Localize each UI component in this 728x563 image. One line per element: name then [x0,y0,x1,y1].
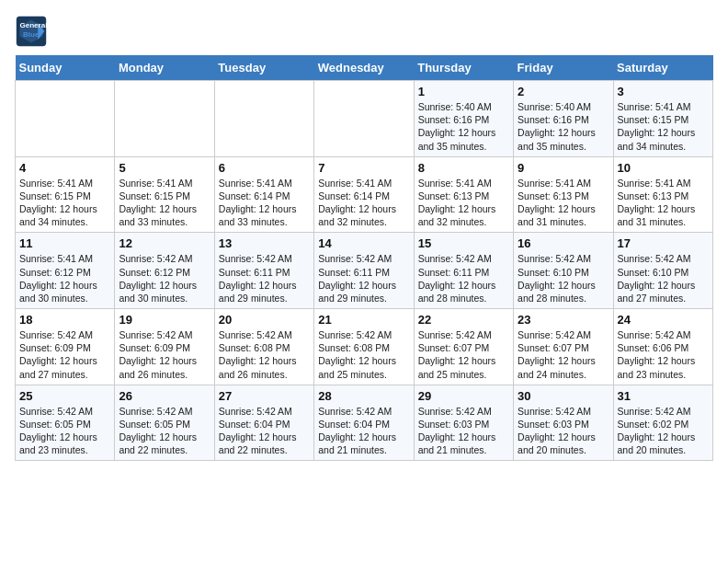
day-info: Sunrise: 5:41 AM Sunset: 6:15 PM Dayligh… [119,177,210,229]
day-info: Sunrise: 5:42 AM Sunset: 6:12 PM Dayligh… [119,252,210,304]
day-number: 5 [119,161,210,175]
calendar-table: SundayMondayTuesdayWednesdayThursdayFrid… [15,55,713,461]
day-number: 28 [318,389,409,403]
calendar-cell: 14Sunrise: 5:42 AM Sunset: 6:11 PM Dayli… [314,233,414,309]
calendar-cell: 13Sunrise: 5:42 AM Sunset: 6:11 PM Dayli… [214,233,313,309]
day-number: 19 [119,313,210,327]
day-number: 21 [318,313,409,327]
day-number: 6 [219,161,310,175]
day-info: Sunrise: 5:41 AM Sunset: 6:13 PM Dayligh… [618,177,709,229]
day-info: Sunrise: 5:42 AM Sunset: 6:04 PM Dayligh… [219,405,310,457]
day-number: 12 [119,236,210,250]
calendar-cell: 30Sunrise: 5:42 AM Sunset: 6:03 PM Dayli… [514,385,613,461]
day-info: Sunrise: 5:42 AM Sunset: 6:11 PM Dayligh… [219,252,310,304]
calendar-cell: 29Sunrise: 5:42 AM Sunset: 6:03 PM Dayli… [414,385,513,461]
day-info: Sunrise: 5:42 AM Sunset: 6:06 PM Dayligh… [618,328,709,381]
col-header-friday: Friday [514,55,613,81]
calendar-cell: 2Sunrise: 5:40 AM Sunset: 6:16 PM Daylig… [514,81,613,157]
calendar-cell: 6Sunrise: 5:41 AM Sunset: 6:14 PM Daylig… [214,156,313,233]
calendar-cell: 22Sunrise: 5:42 AM Sunset: 6:07 PM Dayli… [414,309,513,385]
day-number: 1 [418,85,509,98]
col-header-thursday: Thursday [414,55,513,81]
day-info: Sunrise: 5:41 AM Sunset: 6:14 PM Dayligh… [219,177,310,229]
calendar-cell: 27Sunrise: 5:42 AM Sunset: 6:04 PM Dayli… [214,385,313,461]
week-row-3: 11Sunrise: 5:41 AM Sunset: 6:12 PM Dayli… [16,233,713,309]
col-header-tuesday: Tuesday [214,55,313,81]
day-info: Sunrise: 5:42 AM Sunset: 6:11 PM Dayligh… [318,252,409,304]
calendar-cell: 20Sunrise: 5:42 AM Sunset: 6:08 PM Dayli… [214,309,313,385]
day-number: 2 [518,85,609,98]
calendar-cell: 18Sunrise: 5:42 AM Sunset: 6:09 PM Dayli… [16,309,115,385]
col-header-sunday: Sunday [16,55,115,81]
day-number: 7 [318,161,409,175]
calendar-cell: 26Sunrise: 5:42 AM Sunset: 6:05 PM Dayli… [115,385,214,461]
day-info: Sunrise: 5:42 AM Sunset: 6:02 PM Dayligh… [618,405,709,457]
day-info: Sunrise: 5:42 AM Sunset: 6:09 PM Dayligh… [119,328,210,381]
day-number: 27 [219,389,310,403]
day-info: Sunrise: 5:42 AM Sunset: 6:03 PM Dayligh… [418,405,509,457]
day-info: Sunrise: 5:42 AM Sunset: 6:05 PM Dayligh… [119,405,210,457]
day-number: 29 [418,389,509,403]
day-number: 30 [518,389,609,403]
day-info: Sunrise: 5:42 AM Sunset: 6:04 PM Dayligh… [318,405,409,457]
calendar-cell: 25Sunrise: 5:42 AM Sunset: 6:05 PM Dayli… [16,385,115,461]
day-number: 15 [418,236,509,250]
day-number: 13 [219,236,310,250]
day-number: 26 [119,389,210,403]
day-number: 9 [518,161,609,175]
calendar-cell: 28Sunrise: 5:42 AM Sunset: 6:04 PM Dayli… [314,385,414,461]
day-info: Sunrise: 5:42 AM Sunset: 6:08 PM Dayligh… [318,328,409,381]
day-number: 8 [418,161,509,175]
header: General Blue [15,15,713,48]
day-number: 11 [19,236,110,250]
day-number: 18 [19,313,110,327]
logo: General Blue [15,15,51,48]
svg-text:General: General [19,21,47,29]
day-number: 4 [19,161,110,175]
col-header-monday: Monday [115,55,214,81]
calendar-cell: 10Sunrise: 5:41 AM Sunset: 6:13 PM Dayli… [613,156,712,233]
day-number: 14 [318,236,409,250]
calendar-cell: 19Sunrise: 5:42 AM Sunset: 6:09 PM Dayli… [115,309,214,385]
col-header-wednesday: Wednesday [314,55,414,81]
header-row: SundayMondayTuesdayWednesdayThursdayFrid… [16,55,713,81]
calendar-cell: 9Sunrise: 5:41 AM Sunset: 6:13 PM Daylig… [514,156,613,233]
calendar-cell: 16Sunrise: 5:42 AM Sunset: 6:10 PM Dayli… [514,233,613,309]
col-header-saturday: Saturday [613,55,712,81]
week-row-2: 4Sunrise: 5:41 AM Sunset: 6:15 PM Daylig… [16,156,713,233]
calendar-cell: 15Sunrise: 5:42 AM Sunset: 6:11 PM Dayli… [414,233,513,309]
calendar-cell [314,81,414,157]
day-info: Sunrise: 5:42 AM Sunset: 6:09 PM Dayligh… [19,328,110,381]
calendar-cell [16,81,115,157]
day-number: 25 [19,389,110,403]
calendar-cell: 8Sunrise: 5:41 AM Sunset: 6:13 PM Daylig… [414,156,513,233]
day-number: 22 [418,313,509,327]
day-info: Sunrise: 5:41 AM Sunset: 6:12 PM Dayligh… [19,252,110,304]
day-info: Sunrise: 5:40 AM Sunset: 6:16 PM Dayligh… [418,100,509,153]
calendar-cell: 1Sunrise: 5:40 AM Sunset: 6:16 PM Daylig… [414,81,513,157]
calendar-cell: 23Sunrise: 5:42 AM Sunset: 6:07 PM Dayli… [514,309,613,385]
day-info: Sunrise: 5:41 AM Sunset: 6:13 PM Dayligh… [418,177,509,229]
calendar-cell: 17Sunrise: 5:42 AM Sunset: 6:10 PM Dayli… [613,233,712,309]
day-number: 24 [618,313,709,327]
day-number: 16 [518,236,609,250]
day-info: Sunrise: 5:42 AM Sunset: 6:05 PM Dayligh… [19,405,110,457]
day-number: 20 [219,313,310,327]
day-info: Sunrise: 5:42 AM Sunset: 6:08 PM Dayligh… [219,328,310,381]
calendar-cell: 31Sunrise: 5:42 AM Sunset: 6:02 PM Dayli… [613,385,712,461]
day-number: 3 [618,85,709,98]
calendar-cell [115,81,214,157]
day-number: 31 [618,389,709,403]
calendar-cell: 24Sunrise: 5:42 AM Sunset: 6:06 PM Dayli… [613,309,712,385]
week-row-5: 25Sunrise: 5:42 AM Sunset: 6:05 PM Dayli… [16,385,713,461]
calendar-cell: 5Sunrise: 5:41 AM Sunset: 6:15 PM Daylig… [115,156,214,233]
day-number: 23 [518,313,609,327]
svg-text:Blue: Blue [23,30,40,39]
calendar-cell: 4Sunrise: 5:41 AM Sunset: 6:15 PM Daylig… [16,156,115,233]
day-info: Sunrise: 5:42 AM Sunset: 6:11 PM Dayligh… [418,252,509,304]
day-info: Sunrise: 5:42 AM Sunset: 6:10 PM Dayligh… [518,252,609,304]
calendar-cell: 3Sunrise: 5:41 AM Sunset: 6:15 PM Daylig… [613,81,712,157]
day-info: Sunrise: 5:42 AM Sunset: 6:07 PM Dayligh… [518,328,609,381]
day-info: Sunrise: 5:41 AM Sunset: 6:13 PM Dayligh… [518,177,609,229]
day-info: Sunrise: 5:42 AM Sunset: 6:07 PM Dayligh… [418,328,509,381]
